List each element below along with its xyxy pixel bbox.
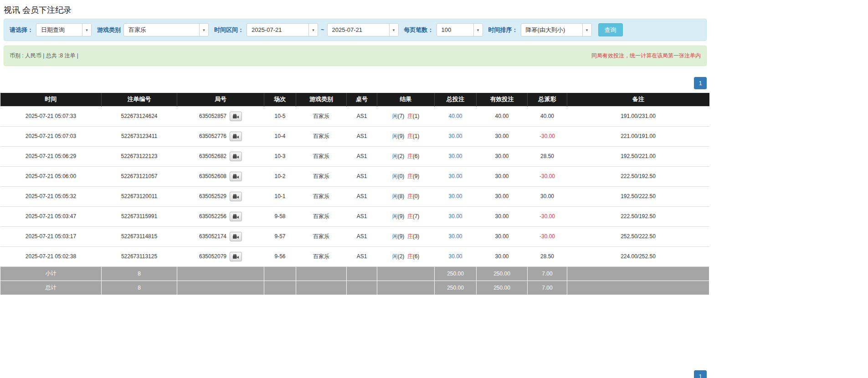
pagination-page-1[interactable]: 1 <box>694 370 707 378</box>
game-type-label: 游戏类别 <box>97 26 121 34</box>
round-id-text: 635052682 <box>199 153 226 159</box>
total-bet-link[interactable]: 30.00 <box>448 153 462 159</box>
game-type-value: 百家乐 <box>124 24 199 36</box>
result-player-score: (8) <box>398 193 405 199</box>
total-empty-cell <box>264 281 296 295</box>
query-type-select[interactable]: 日期查询 ▾ <box>36 23 92 36</box>
cell-payout: -30.00 <box>528 166 567 186</box>
pagination-page-1[interactable]: 1 <box>694 77 707 89</box>
total-bet-link[interactable]: 30.00 <box>448 133 462 139</box>
video-replay-button[interactable] <box>230 232 242 241</box>
date-to-select[interactable]: 2025-07-21 ▾ <box>327 23 399 36</box>
total-count: 8 <box>102 281 177 295</box>
cell-result: 闲(8) 庄(0) <box>377 186 435 206</box>
video-camera-icon <box>233 174 239 179</box>
result-player: 闲 <box>392 173 398 179</box>
cell-table-no: AS1 <box>347 106 377 126</box>
cell-bet-id: 522673113125 <box>102 246 177 266</box>
select-label: 请选择： <box>10 26 33 34</box>
subtotal-label: 小计 <box>0 266 102 281</box>
cell-bet-id: 522673122123 <box>102 146 177 166</box>
total-bet-link[interactable]: 30.00 <box>448 213 462 220</box>
cell-game-type: 百家乐 <box>296 126 347 146</box>
video-camera-icon <box>233 114 239 119</box>
total-bet-link[interactable]: 30.00 <box>448 253 462 260</box>
time-sort-select[interactable]: 降幂(由大到小) ▾ <box>521 23 592 36</box>
round-id-text: 635052256 <box>199 213 226 219</box>
chevron-down-icon: ▾ <box>389 24 398 36</box>
cell-round-id: 635052857 <box>177 106 264 126</box>
subtotal-empty-cell <box>377 266 435 281</box>
page-size-select[interactable]: 100 ▾ <box>437 23 483 36</box>
result-banker: 庄 <box>407 213 413 220</box>
chevron-down-icon: ▾ <box>582 24 591 36</box>
cell-time: 2025-07-21 05:03:17 <box>0 226 102 246</box>
header-remark: 备注 <box>567 93 709 106</box>
search-button[interactable]: 查询 <box>598 23 623 36</box>
cell-result: 闲(0) 庄(9) <box>377 166 435 186</box>
page-content: 视讯 会员下注纪录 请选择： 日期查询 ▾ 游戏类别 百家乐 ▾ 时间区间： 2… <box>0 0 709 378</box>
result-player: 闲 <box>392 113 398 119</box>
cell-round-id: 635052079 <box>177 246 264 266</box>
cell-session: 9-57 <box>264 226 296 246</box>
subtotal-payout: 7.00 <box>528 266 567 281</box>
cell-bet-id: 522673114815 <box>102 226 177 246</box>
total-bet-link[interactable]: 30.00 <box>448 233 462 240</box>
result-banker: 庄 <box>407 153 413 159</box>
round-id-text: 635052529 <box>199 193 226 199</box>
video-camera-icon <box>233 214 239 219</box>
subtotal-valid-bet: 250.00 <box>477 266 528 281</box>
cell-total-bet: 40.00 <box>435 106 477 126</box>
cell-total-bet: 30.00 <box>435 226 477 246</box>
video-camera-icon <box>233 234 239 239</box>
header-total-bet: 总投注 <box>435 93 477 106</box>
date-from-select[interactable]: 2025-07-21 ▾ <box>247 23 318 36</box>
result-player-score: (2) <box>398 253 405 260</box>
cell-table-no: AS1 <box>347 186 377 206</box>
cell-bet-id: 522673121057 <box>102 166 177 186</box>
video-replay-button[interactable] <box>230 192 242 201</box>
cell-payout: -30.00 <box>528 206 567 226</box>
video-replay-button[interactable] <box>230 252 242 261</box>
cell-table-no: AS1 <box>347 126 377 146</box>
cell-payout: 40.00 <box>528 106 567 126</box>
cell-session: 10-4 <box>264 126 296 146</box>
cell-total-bet: 30.00 <box>435 206 477 226</box>
result-player-score: (9) <box>398 133 405 139</box>
header-payout: 总派彩 <box>528 93 567 106</box>
video-replay-button[interactable] <box>230 152 242 161</box>
round-id-text: 635052174 <box>199 233 226 239</box>
total-bet-link[interactable]: 30.00 <box>448 193 462 199</box>
total-bet-link[interactable]: 40.00 <box>448 113 462 119</box>
summary-bar: 币别 : 人民币 | 总共 :8 注单 | 同局有效投注，统一计算在该局第一张注… <box>4 46 707 66</box>
cell-remark: 222.50/192.50 <box>567 206 709 226</box>
table-body: 2025-07-21 05:07:33 522673124624 6350528… <box>0 106 709 266</box>
pagination-top: 1 <box>4 77 707 89</box>
total-bet-link[interactable]: 30.00 <box>448 173 462 179</box>
cell-total-bet: 30.00 <box>435 126 477 146</box>
cell-remark: 191.00/231.00 <box>567 106 709 126</box>
time-sort-label: 时间排序： <box>488 26 518 34</box>
pagination-bottom: 1 <box>4 370 707 378</box>
table-row: 2025-07-21 05:06:00 522673121057 6350526… <box>0 166 709 186</box>
cell-remark: 222.50/192.50 <box>567 166 709 186</box>
video-replay-button[interactable] <box>230 172 242 181</box>
video-replay-button[interactable] <box>230 132 242 141</box>
game-type-select[interactable]: 百家乐 ▾ <box>123 23 209 36</box>
result-banker: 庄 <box>407 253 413 260</box>
result-player: 闲 <box>392 213 398 220</box>
chevron-down-icon: ▾ <box>199 24 208 36</box>
cell-table-no: AS1 <box>347 146 377 166</box>
chevron-down-icon: ▾ <box>308 24 318 36</box>
header-result: 结果 <box>377 93 435 106</box>
cell-time: 2025-07-21 05:06:29 <box>0 146 102 166</box>
total-payout: 7.00 <box>528 281 567 295</box>
video-camera-icon <box>233 194 239 199</box>
video-replay-button[interactable] <box>230 212 242 221</box>
table-row: 2025-07-21 05:06:29 522673122123 6350526… <box>0 146 709 166</box>
video-replay-button[interactable] <box>230 112 242 121</box>
cell-bet-id: 522673124624 <box>102 106 177 126</box>
cell-valid-bet: 40.00 <box>477 106 528 126</box>
date-from-value: 2025-07-21 <box>247 24 308 36</box>
date-separator: ~ <box>321 26 324 33</box>
